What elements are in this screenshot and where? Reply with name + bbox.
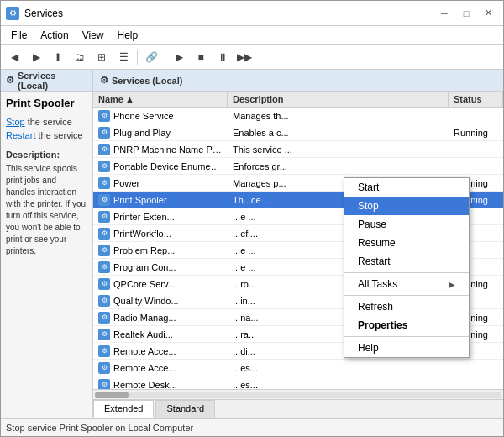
stop-link-text: the service xyxy=(25,117,72,127)
menu-action[interactable]: Action xyxy=(34,28,75,43)
services-table[interactable]: Name ▲ Description Status ⚙Phone Service… xyxy=(93,92,503,389)
service-name-label: PrintWorkflo... xyxy=(113,229,171,239)
restart-button[interactable]: ▶▶ xyxy=(234,47,255,67)
restart-action-row: Restart the service xyxy=(6,129,87,141)
description-label: Description: xyxy=(6,150,87,160)
table-row[interactable]: ⚙Portable Device Enumerator...Enforces g… xyxy=(93,158,503,175)
context-menu-item-properties[interactable]: Properties xyxy=(344,316,469,334)
close-button[interactable]: ✕ xyxy=(478,5,498,22)
stop-link[interactable]: Stop xyxy=(6,117,25,127)
main-window: ⚙ Services ─ □ ✕ File Action View Help ◀… xyxy=(0,0,504,437)
left-panel-icon: ⚙ xyxy=(6,75,14,86)
service-name-label: QPCore Serv... xyxy=(113,279,176,289)
col-name-header[interactable]: Name ▲ xyxy=(93,92,228,107)
service-name-label: Remote Acce... xyxy=(113,346,176,356)
toolbar: ◀ ▶ ⬆ 🗂 ⊞ ☰ 🔗 ▶ ■ ⏸ ▶▶ xyxy=(1,45,503,70)
context-menu-item-refresh[interactable]: Refresh xyxy=(344,297,469,316)
service-icon: ⚙ xyxy=(98,211,110,223)
context-menu-item-start[interactable]: Start xyxy=(344,178,469,197)
connect-button[interactable]: 🔗 xyxy=(141,47,161,67)
context-menu-item-pause[interactable]: Pause xyxy=(344,215,469,234)
cell-name: ⚙Remote Acce... xyxy=(93,361,228,376)
menu-view[interactable]: View xyxy=(76,28,111,43)
context-menu-item-stop[interactable]: Stop xyxy=(344,197,469,215)
context-menu-label: Stop xyxy=(358,200,379,212)
cell-status: Running xyxy=(449,126,503,140)
right-panel-icon: ⚙ xyxy=(100,75,108,86)
back-button[interactable]: ◀ xyxy=(4,47,24,67)
status-bar: Stop service Print Spooler on Local Comp… xyxy=(1,418,503,436)
cell-status xyxy=(449,366,503,370)
service-name-label: Program Con... xyxy=(113,262,176,272)
table-row[interactable]: ⚙Plug and PlayEnables a c...Running xyxy=(93,124,503,141)
stop-action-row: Stop the service xyxy=(6,116,87,128)
view2-button[interactable]: ☰ xyxy=(113,47,134,67)
cell-name: ⚙PrintWorkflo... xyxy=(93,226,228,241)
toolbar-separator-1 xyxy=(137,50,138,65)
toolbar-separator-2 xyxy=(165,50,165,65)
context-menu-item-help[interactable]: Help xyxy=(344,339,469,357)
table-row[interactable]: ⚙Remote Acce......es... xyxy=(93,360,503,376)
table-header: Name ▲ Description Status xyxy=(93,92,503,108)
scroll-track[interactable] xyxy=(95,392,501,398)
context-menu-separator xyxy=(344,336,469,337)
tab-extended[interactable]: Extended xyxy=(93,400,154,418)
context-menu-label: Help xyxy=(358,342,379,354)
horizontal-scrollbar[interactable] xyxy=(93,389,503,399)
context-menu-item-restart[interactable]: Restart xyxy=(344,252,469,271)
scroll-thumb[interactable] xyxy=(95,392,129,398)
service-icon: ⚙ xyxy=(98,362,110,374)
show-hide-button[interactable]: 🗂 xyxy=(70,47,90,67)
cell-desc: ...es... xyxy=(228,361,449,375)
service-name-label: PNRP Machine Name Publi... xyxy=(113,145,223,155)
forward-button[interactable]: ▶ xyxy=(26,47,46,67)
left-panel-body: Print Spooler Stop the service Restart t… xyxy=(1,92,92,262)
submenu-arrow-icon: ▶ xyxy=(449,280,455,289)
context-menu-item-all-tasks[interactable]: All Tasks▶ xyxy=(344,275,469,293)
cell-name: ⚙Portable Device Enumerator... xyxy=(93,159,228,174)
context-menu-label: Resume xyxy=(358,237,396,249)
service-name-label: Problem Rep... xyxy=(113,245,175,255)
cell-desc: Enforces gr... xyxy=(228,160,449,173)
restart-link[interactable]: Restart xyxy=(6,130,35,140)
context-menu-label: Refresh xyxy=(358,301,393,313)
menu-help[interactable]: Help xyxy=(111,28,145,43)
status-text: Stop service Print Spooler on Local Comp… xyxy=(6,423,193,433)
cell-name: ⚙Remote Acce... xyxy=(93,344,228,359)
table-row[interactable]: ⚙PNRP Machine Name Publi...This service … xyxy=(93,141,503,158)
table-row[interactable]: ⚙Phone ServiceManages th... xyxy=(93,108,503,124)
tab-bar: Extended Standard xyxy=(93,399,503,418)
cell-status xyxy=(449,165,503,168)
window-icon: ⚙ xyxy=(6,7,19,20)
context-menu-item-resume[interactable]: Resume xyxy=(344,234,469,252)
context-menu: StartStopPauseResumeRestartAll Tasks▶Ref… xyxy=(344,177,470,358)
context-menu-separator xyxy=(344,295,469,296)
context-menu-separator xyxy=(344,272,469,273)
col-desc-header[interactable]: Description xyxy=(228,92,449,107)
cell-name: ⚙PNRP Machine Name Publi... xyxy=(93,142,228,157)
window-title: Services xyxy=(24,8,63,19)
service-icon: ⚙ xyxy=(98,295,110,307)
tab-standard[interactable]: Standard xyxy=(155,400,215,418)
context-menu-label: Pause xyxy=(358,218,386,230)
service-name-label: Remote Acce... xyxy=(113,363,176,373)
service-name-label: Phone Service xyxy=(113,111,174,121)
maximize-button[interactable]: □ xyxy=(456,5,476,22)
cell-name: ⚙Realtek Audi... xyxy=(93,327,228,342)
left-panel-title: Services (Local) xyxy=(18,71,87,91)
minimize-button[interactable]: ─ xyxy=(434,5,454,22)
pause-button[interactable]: ⏸ xyxy=(213,47,233,67)
stop-button[interactable]: ■ xyxy=(191,47,211,67)
cell-desc: ...es... xyxy=(228,378,449,390)
play-button[interactable]: ▶ xyxy=(169,47,189,67)
view1-button[interactable]: ⊞ xyxy=(92,47,112,67)
service-name-label: Quality Windo... xyxy=(113,296,179,306)
menu-file[interactable]: File xyxy=(4,28,34,43)
service-name-label: Radio Manag... xyxy=(113,313,176,323)
col-status-header[interactable]: Status xyxy=(449,92,503,107)
table-row[interactable]: ⚙Remote Desk......es... xyxy=(93,376,503,389)
service-name-label: Plug and Play xyxy=(113,128,171,138)
menu-bar: File Action View Help xyxy=(1,26,503,45)
up-button[interactable]: ⬆ xyxy=(48,47,68,67)
cell-name: ⚙Printer Exten... xyxy=(93,209,228,224)
